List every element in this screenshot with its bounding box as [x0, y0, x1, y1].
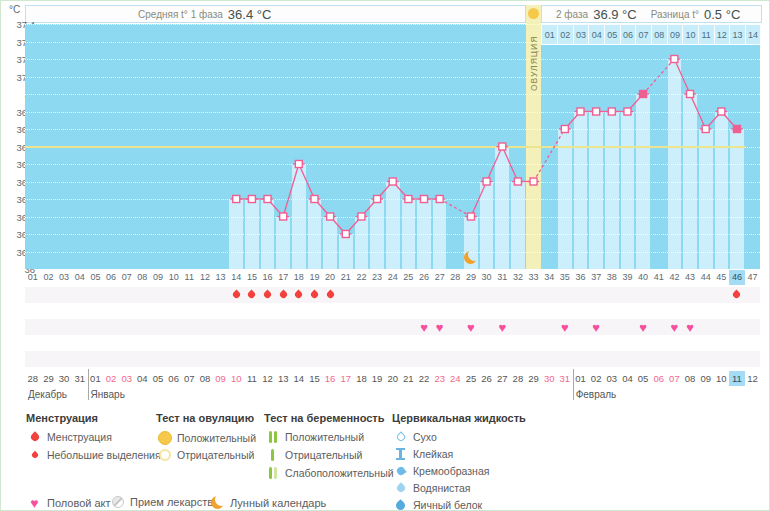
temperature-bar[interactable] [589, 112, 603, 270]
ovulation-label: ОВУЛЯЦИЯ [529, 27, 539, 91]
date-label: 10 [228, 373, 244, 384]
cycle-day-label[interactable]: 27 [432, 272, 448, 282]
cycle-day-label[interactable]: 23 [369, 272, 385, 282]
post-ovulation-day-cell: 02 [557, 24, 574, 45]
legend-item-cf-sticky: Клейкая [392, 448, 453, 460]
cycle-day-label[interactable]: 38 [604, 272, 620, 282]
date-label: 24 [447, 373, 463, 384]
cycle-day-label[interactable]: 42 [667, 272, 683, 282]
cycle-day-label[interactable]: 04 [72, 272, 88, 282]
cycle-day-label[interactable]: 14 [228, 272, 244, 282]
pill-icon [109, 496, 126, 508]
cycle-day-label[interactable]: 30 [479, 272, 495, 282]
temperature-bar[interactable] [574, 112, 588, 270]
legend-item-label: Лунный календарь [230, 497, 326, 509]
temperature-bar[interactable] [621, 112, 635, 270]
gridline [25, 164, 760, 165]
cycle-day-label[interactable]: 35 [557, 272, 573, 282]
cycle-day-label[interactable]: 19 [307, 272, 323, 282]
intercourse-heart-icon: ♥ [464, 321, 477, 334]
date-label: 12 [745, 373, 761, 384]
cycle-day-label[interactable]: 01 [25, 272, 41, 282]
cycle-day-label[interactable]: 33 [526, 272, 542, 282]
legend-item-drop-small: Небольшие выделения [26, 449, 161, 461]
date-label: 02 [588, 373, 604, 384]
cycle-day-label[interactable]: 47 [745, 272, 761, 282]
cycle-day-label[interactable]: 03 [56, 272, 72, 282]
gridline [25, 217, 760, 218]
cycle-day-label[interactable]: 17 [275, 272, 291, 282]
cycle-day-label[interactable]: 22 [354, 272, 370, 282]
gridline [25, 112, 760, 113]
cycle-day-label[interactable]: 20 [322, 272, 338, 282]
date-label: 02 [103, 373, 119, 384]
cycle-day-label[interactable]: 45 [714, 272, 730, 282]
date-label: 09 [698, 373, 714, 384]
post-ovulation-day-cell: 03 [573, 24, 590, 45]
cycle-day-label[interactable]: 18 [291, 272, 307, 282]
cycle-day-label[interactable]: 25 [401, 272, 417, 282]
date-label: 09 [213, 373, 229, 384]
temperature-bar[interactable] [323, 217, 337, 270]
cycle-day-label[interactable]: 16 [260, 272, 276, 282]
legend-item-pill: Прием лекарств [109, 496, 213, 508]
phase1-header: Средняя t° 1 фаза 36.4 °C [25, 5, 526, 23]
cycle-day-label-today[interactable]: 46 [729, 270, 745, 285]
post-ovulation-day-cell: 10 [682, 24, 699, 45]
post-ovulation-day-cell: 01 [541, 24, 558, 45]
date-label: 16 [322, 373, 338, 384]
legend-column-title: Цервикальная жидкость [392, 412, 526, 424]
temperature-bar[interactable] [480, 182, 494, 270]
cycle-day-label[interactable]: 08 [135, 272, 151, 282]
cycle-day-label[interactable]: 29 [463, 272, 479, 282]
cycle-day-label[interactable]: 26 [416, 272, 432, 282]
cycle-day-label[interactable]: 09 [150, 272, 166, 282]
cycle-day-label[interactable]: 10 [166, 272, 182, 282]
cycle-day-label[interactable]: 15 [244, 272, 260, 282]
legend-item-label: Небольшие выделения [47, 449, 161, 461]
intercourse-heart-icon: ♥ [637, 321, 650, 334]
temperature-bar[interactable] [715, 112, 729, 270]
post-ovulation-day-cell: 14 [745, 24, 762, 45]
cycle-day-label[interactable]: 41 [651, 272, 667, 282]
date-label: 20 [385, 373, 401, 384]
cycle-day-label[interactable]: 28 [447, 272, 463, 282]
bbt-chart-page: °C Средняя t° 1 фаза 36.4 °C 2 фаза 36.9… [0, 0, 770, 511]
phase1-label: Средняя t° 1 фаза [138, 9, 223, 20]
cycle-day-label[interactable]: 39 [620, 272, 636, 282]
coverline [25, 146, 745, 148]
cycle-day-label[interactable]: 40 [635, 272, 651, 282]
cycle-day-label[interactable]: 05 [88, 272, 104, 282]
legend-item-label: Отрицательный [285, 449, 362, 461]
temperature-bar[interactable] [355, 217, 369, 270]
cycle-day-label[interactable]: 37 [588, 272, 604, 282]
temperature-bar[interactable] [511, 182, 525, 270]
cycle-day-label[interactable]: 11 [181, 272, 197, 282]
cycle-day-label[interactable]: 24 [385, 272, 401, 282]
cycle-day-label[interactable]: 07 [119, 272, 135, 282]
cycle-day-label[interactable]: 31 [494, 272, 510, 282]
temperature-bar[interactable] [605, 112, 619, 270]
temperature-bar[interactable] [276, 217, 290, 270]
date-label: 10 [714, 373, 730, 384]
cycle-day-label[interactable]: 32 [510, 272, 526, 282]
cycle-day-label[interactable]: 02 [41, 272, 57, 282]
legend-item-label: Отрицательный [177, 449, 254, 461]
cycle-day-label[interactable]: 43 [682, 272, 698, 282]
cycle-day-label[interactable]: 12 [197, 272, 213, 282]
date-label: 11 [244, 373, 260, 384]
cycle-day-label[interactable]: 13 [213, 272, 229, 282]
circle-filled-icon [156, 431, 173, 445]
cycle-day-label[interactable]: 21 [338, 272, 354, 282]
cycle-day-label[interactable]: 36 [573, 272, 589, 282]
legend-item-label: Положительный [285, 431, 364, 443]
circle-outline-icon [156, 449, 173, 461]
cycle-day-label[interactable]: 34 [541, 272, 557, 282]
drop-large-icon [26, 433, 43, 441]
gridline [25, 129, 760, 130]
cycle-day-label[interactable]: 06 [103, 272, 119, 282]
date-label: 28 [25, 373, 41, 384]
gridline [25, 182, 760, 183]
temperature-bar[interactable] [386, 182, 400, 270]
cycle-day-label[interactable]: 44 [698, 272, 714, 282]
